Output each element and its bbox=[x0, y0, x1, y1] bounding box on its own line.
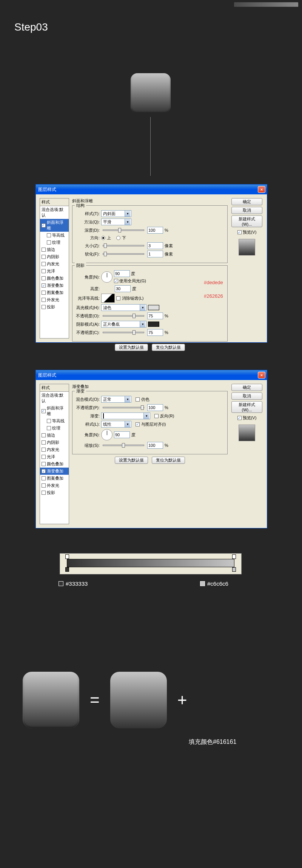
antialias-checkbox[interactable] bbox=[116, 296, 120, 300]
g-style-select[interactable]: 线性 bbox=[101, 421, 131, 428]
reverse-checkbox[interactable] bbox=[154, 414, 159, 418]
preview-checkbox[interactable]: ✓ bbox=[237, 416, 242, 420]
ok-button[interactable]: 确定 bbox=[231, 198, 262, 205]
equals-symbol: = bbox=[90, 691, 100, 709]
style-drop-shadow[interactable]: 投影 bbox=[40, 489, 69, 496]
scale-slider[interactable] bbox=[103, 445, 144, 446]
style-label: 样式(T): bbox=[76, 211, 100, 217]
cancel-button[interactable]: 取消 bbox=[231, 207, 262, 214]
style-color-overlay[interactable]: 颜色叠加 bbox=[40, 460, 69, 468]
reset-default-button[interactable]: 复位为默认值 bbox=[152, 457, 185, 464]
g-angle-input[interactable] bbox=[114, 431, 130, 438]
style-gradient-overlay[interactable]: ✓渐变叠加 bbox=[40, 282, 69, 289]
style-pattern-overlay[interactable]: 图案叠加 bbox=[40, 475, 69, 482]
opacity-slider[interactable] bbox=[103, 407, 144, 408]
new-style-button[interactable]: 新建样式(W)... bbox=[231, 401, 262, 413]
scale-input[interactable] bbox=[147, 442, 163, 449]
sh-opacity-input[interactable] bbox=[147, 329, 163, 336]
style-stroke[interactable]: 描边 bbox=[40, 432, 69, 439]
style-inner-glow[interactable]: 内发光 bbox=[40, 446, 69, 453]
style-bevel[interactable]: ✓斜面和浮雕 bbox=[40, 405, 69, 417]
technique-select[interactable]: 平滑 bbox=[101, 219, 131, 225]
style-satin[interactable]: 光泽 bbox=[40, 453, 69, 460]
size-input[interactable] bbox=[147, 242, 163, 249]
style-drop-shadow[interactable]: 投影 bbox=[40, 303, 69, 311]
dir-down-radio[interactable] bbox=[116, 236, 120, 240]
style-blend-options[interactable]: 混合选项:默认 bbox=[40, 392, 69, 405]
global-light-checkbox[interactable]: ✓ bbox=[114, 279, 118, 283]
style-satin[interactable]: 光泽 bbox=[40, 268, 69, 275]
color-stop-left[interactable] bbox=[65, 567, 69, 572]
sh-mode-select[interactable]: 正片叠底 bbox=[101, 321, 146, 328]
opacity-input[interactable] bbox=[147, 404, 163, 411]
style-pattern-overlay[interactable]: 图案叠加 bbox=[40, 289, 69, 296]
equation-row: = + bbox=[23, 672, 187, 728]
style-contour[interactable]: 等高线 bbox=[40, 417, 69, 425]
set-default-button[interactable]: 设置为默认值 bbox=[115, 457, 148, 464]
style-gradient-overlay[interactable]: ✓渐变叠加 bbox=[40, 468, 69, 475]
angle-dial[interactable] bbox=[101, 429, 112, 440]
style-texture[interactable]: 纹理 bbox=[40, 425, 69, 432]
set-default-button[interactable]: 设置为默认值 bbox=[115, 344, 148, 351]
checkbox-icon bbox=[42, 269, 46, 273]
gradient-select[interactable] bbox=[101, 412, 150, 419]
style-outer-glow[interactable]: 外发光 bbox=[40, 296, 69, 303]
soften-input[interactable] bbox=[147, 251, 163, 257]
size-slider[interactable] bbox=[103, 245, 144, 246]
gradient-editor[interactable] bbox=[60, 553, 242, 574]
style-inner-shadow[interactable]: 内阴影 bbox=[40, 439, 69, 446]
annotation-sh-color: #262626 bbox=[204, 293, 223, 299]
dither-checkbox[interactable] bbox=[136, 397, 140, 402]
style-stroke[interactable]: 描边 bbox=[40, 246, 69, 253]
color-stop-right[interactable] bbox=[232, 567, 236, 572]
style-inner-shadow[interactable]: 内阴影 bbox=[40, 253, 69, 260]
angle-dial[interactable] bbox=[101, 271, 112, 283]
center-panel: 斜面和浮雕 结构 样式(T):内斜面 方法(Q):平滑 深度(D):% 方向:上… bbox=[72, 198, 228, 339]
depth-slider[interactable] bbox=[103, 229, 144, 231]
hl-color-swatch[interactable] bbox=[148, 305, 159, 310]
style-outer-glow[interactable]: 外发光 bbox=[40, 482, 69, 489]
style-inner-glow[interactable]: 内发光 bbox=[40, 260, 69, 268]
hl-mode-select[interactable]: 滤色 bbox=[101, 304, 146, 311]
opacity-stop-right[interactable] bbox=[232, 554, 236, 559]
close-button[interactable]: × bbox=[258, 372, 265, 379]
checkbox-icon bbox=[47, 426, 51, 430]
checkbox-icon bbox=[42, 298, 46, 302]
align-checkbox[interactable]: ✓ bbox=[136, 422, 140, 426]
ok-button[interactable]: 确定 bbox=[231, 384, 262, 391]
reset-default-button[interactable]: 复位为默认值 bbox=[152, 344, 185, 351]
section-title: 渐变叠加 bbox=[72, 384, 228, 389]
style-select[interactable]: 内斜面 bbox=[101, 210, 131, 217]
gradient-bar[interactable] bbox=[67, 559, 234, 567]
style-blend-options[interactable]: 混合选项:默认 bbox=[40, 206, 69, 219]
soften-slider[interactable] bbox=[103, 253, 144, 255]
style-color-overlay[interactable]: 颜色叠加 bbox=[40, 275, 69, 282]
gloss-contour[interactable] bbox=[101, 294, 115, 303]
depth-input[interactable] bbox=[147, 227, 163, 234]
preview-checkbox[interactable]: ✓ bbox=[237, 230, 242, 234]
checkbox-icon bbox=[42, 483, 46, 488]
step-title: Step03 bbox=[14, 21, 48, 33]
style-contour[interactable]: 等高线 bbox=[40, 232, 69, 239]
checkbox-icon bbox=[42, 448, 46, 452]
dir-up-radio[interactable] bbox=[101, 236, 105, 240]
checkbox-icon bbox=[42, 476, 46, 480]
titlebar[interactable]: 图层样式 × bbox=[36, 185, 267, 194]
structure-group: 结构 样式(T):内斜面 方法(Q):平滑 深度(D):% 方向:上 下 大小(… bbox=[72, 205, 228, 263]
cancel-button[interactable]: 取消 bbox=[231, 392, 262, 400]
hl-opacity-slider[interactable] bbox=[103, 315, 144, 317]
altitude-input[interactable] bbox=[115, 285, 131, 292]
style-bevel[interactable]: ✓斜面和浮雕 bbox=[40, 219, 69, 232]
hl-opacity-input[interactable] bbox=[147, 312, 163, 319]
new-style-button[interactable]: 新建样式(W)... bbox=[231, 215, 262, 227]
opacity-stop-left[interactable] bbox=[65, 554, 69, 559]
blend-select[interactable]: 正常 bbox=[101, 396, 131, 403]
angle-input[interactable] bbox=[114, 270, 130, 277]
close-button[interactable]: × bbox=[258, 186, 265, 193]
color-swatch-icon bbox=[200, 581, 205, 586]
titlebar[interactable]: 图层样式 × bbox=[36, 370, 267, 380]
sh-opacity-slider[interactable] bbox=[103, 332, 144, 333]
style-texture[interactable]: 纹理 bbox=[40, 239, 69, 246]
fill-color-label: 填充颜色#616161 bbox=[189, 738, 236, 746]
sh-color-swatch[interactable] bbox=[148, 322, 159, 327]
